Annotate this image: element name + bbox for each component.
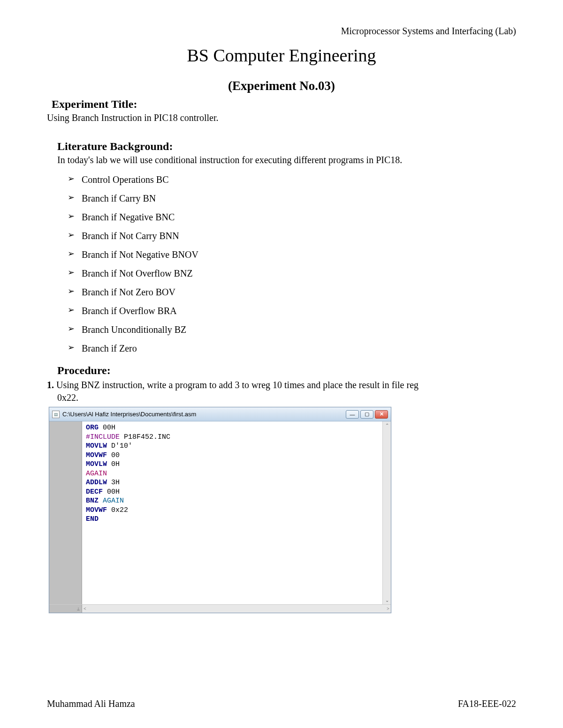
- minimize-button[interactable]: —: [346, 410, 359, 419]
- step-text-line1: Using BNZ instruction, write a program t…: [56, 380, 418, 390]
- list-item: Branch if Not Zero BOV: [68, 283, 516, 301]
- scroll-left-icon[interactable]: <: [84, 606, 86, 611]
- list-item: Branch if Overflow BRA: [68, 301, 516, 320]
- degree-title: BS Computer Engineering: [47, 45, 516, 66]
- close-button[interactable]: ✕: [375, 410, 388, 419]
- experiment-number: (Experiment No.03): [47, 79, 516, 93]
- editor-code-area[interactable]: ORG 00H #INCLUDE P18F452.INC MOVLW D'10'…: [82, 421, 382, 604]
- editor-title-text: C:\Users\Al Hafiz Interprises\Documents\…: [62, 411, 346, 418]
- procedure-heading: Procedure:: [57, 364, 516, 377]
- gutter-corner: ⟂: [49, 605, 82, 613]
- maximize-button[interactable]: ▢: [360, 410, 373, 419]
- scroll-right-icon[interactable]: >: [387, 606, 389, 611]
- list-item: Branch Unconditionally BZ: [68, 320, 516, 339]
- editor-gutter: [49, 421, 82, 604]
- footer-id: FA18-EEE-022: [458, 698, 516, 709]
- step-number: 1.: [47, 380, 54, 390]
- list-item: Control Operations BC: [68, 170, 516, 189]
- course-header: Microprocessor Systems and Interfacing (…: [47, 26, 516, 37]
- experiment-title-body: Using Branch Instruction in PIC18 contro…: [47, 113, 516, 123]
- branch-instruction-list: Control Operations BC Branch if Carry BN…: [68, 170, 516, 358]
- list-item: Branch if Negative BNC: [68, 208, 516, 226]
- code-editor-window: ▤ C:\Users\Al Hafiz Interprises\Document…: [49, 407, 391, 613]
- procedure-step: 1. Using BNZ instruction, write a progra…: [47, 379, 516, 404]
- editor-body: ORG 00H #INCLUDE P18F452.INC MOVLW D'10'…: [49, 421, 391, 604]
- vertical-scrollbar[interactable]: ⌃ ⌄: [382, 421, 391, 604]
- footer-author: Muhammad Ali Hamza: [47, 698, 135, 709]
- step-text-line2: 0x22.: [57, 391, 516, 404]
- editor-file-icon: ▤: [52, 411, 60, 418]
- list-item: Branch if Carry BN: [68, 189, 516, 208]
- list-item: Branch if Zero: [68, 339, 516, 358]
- horizontal-scrollbar[interactable]: ⟂ < >: [49, 604, 391, 613]
- scroll-down-icon[interactable]: ⌄: [385, 598, 389, 603]
- literature-body: In today's lab we will use conditional i…: [57, 155, 516, 165]
- experiment-title-heading: Experiment Title:: [52, 98, 516, 111]
- list-item: Branch if Not Overflow BNZ: [68, 264, 516, 283]
- scroll-up-icon[interactable]: ⌃: [385, 423, 389, 428]
- editor-titlebar[interactable]: ▤ C:\Users\Al Hafiz Interprises\Document…: [49, 407, 391, 421]
- list-item: Branch if Not Negative BNOV: [68, 245, 516, 264]
- page-footer: Muhammad Ali Hamza FA18-EEE-022: [47, 698, 516, 709]
- list-item: Branch if Not Carry BNN: [68, 226, 516, 245]
- literature-heading: Literature Background:: [57, 140, 516, 153]
- window-controls: — ▢ ✕: [346, 410, 388, 419]
